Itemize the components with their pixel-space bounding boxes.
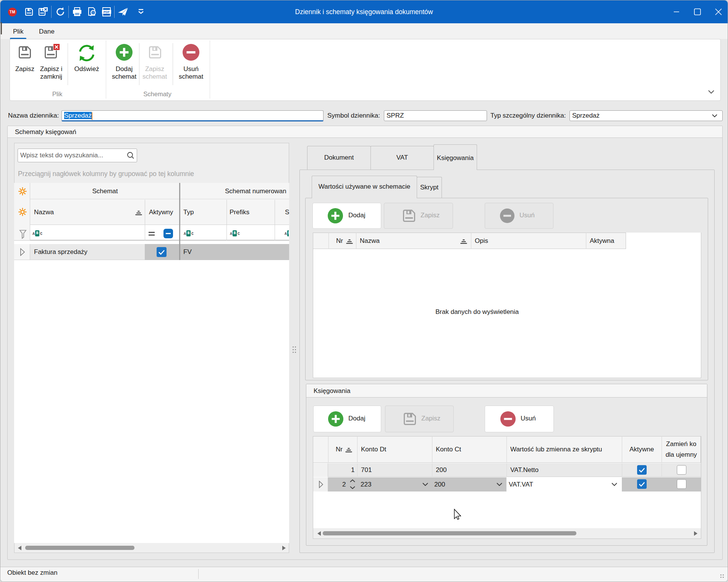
svg-text:PDF: PDF: [104, 10, 110, 14]
